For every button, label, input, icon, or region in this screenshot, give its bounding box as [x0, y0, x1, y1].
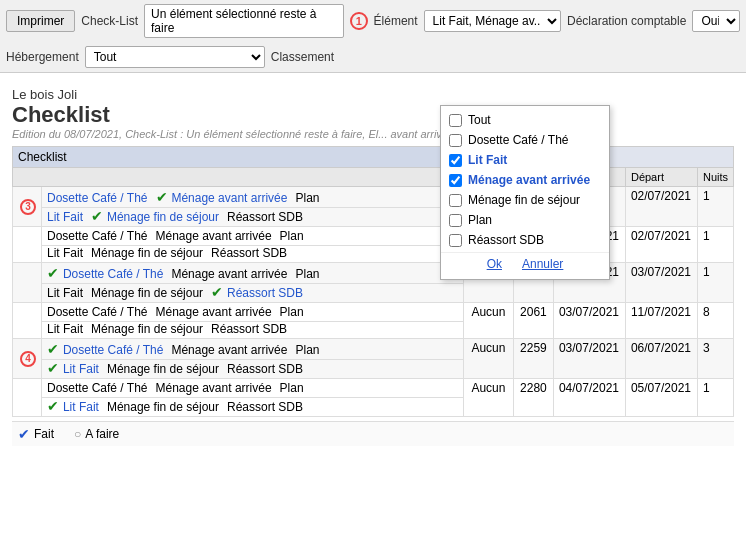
checklist-item[interactable]: Réassort SDB: [227, 362, 303, 376]
checklist-item[interactable]: Plan: [295, 267, 319, 281]
row-numero: 2061: [513, 303, 553, 339]
element-dropdown[interactable]: Lit Fait, Ménage av...: [424, 10, 561, 32]
col-sub-sejour-nuits: Nuits: [697, 168, 733, 187]
check-icon: ✔: [156, 189, 172, 205]
item-label: Plan: [295, 191, 319, 205]
badge-1: 1: [350, 12, 368, 30]
item-label: Réassort SDB: [211, 246, 287, 260]
item-label: Lit Fait: [47, 246, 83, 260]
checklist-item[interactable]: ✔ Lit Fait: [47, 400, 99, 414]
checklist-item[interactable]: Ménage avant arrivée: [156, 381, 272, 395]
checklist-item[interactable]: Ménage avant arrivée: [171, 267, 287, 281]
check-icon: ✔: [211, 284, 227, 300]
row-numero: 2259: [513, 339, 553, 379]
check-icon: ✔: [47, 265, 63, 281]
item-label: Réassort SDB: [227, 400, 303, 414]
dropdown-item-lit-fait[interactable]: Lit Fait: [441, 150, 609, 170]
print-button[interactable]: Imprimer: [6, 10, 75, 32]
row-items-line1: Dosette Café / ThéMénage avant arrivéePl…: [42, 227, 464, 246]
checklist-item[interactable]: Plan: [295, 191, 319, 205]
checklist-item[interactable]: Dosette Café / Thé: [47, 229, 148, 243]
row-items-line1: Dosette Café / ThéMénage avant arrivéePl…: [42, 379, 464, 398]
checklist-item[interactable]: Ménage avant arrivée: [171, 343, 287, 357]
dropdown-annuler-button[interactable]: Annuler: [522, 257, 563, 271]
checklist-item[interactable]: Réassort SDB: [211, 246, 287, 260]
checklist-item[interactable]: Ménage fin de séjour: [91, 322, 203, 336]
dropdown-item-menage-avant[interactable]: Ménage avant arrivée: [441, 170, 609, 190]
checklist-item[interactable]: Dosette Café / Thé: [47, 381, 148, 395]
dropdown-item-dosette[interactable]: Dosette Café / Thé: [441, 130, 609, 150]
checkbox-tout[interactable]: [449, 114, 462, 127]
label-reassort: Réassort SDB: [468, 233, 544, 247]
item-label: Plan: [280, 305, 304, 319]
row-items-line2: Lit FaitMénage fin de séjourRéassort SDB: [42, 322, 464, 339]
item-label: Ménage avant arrivée: [156, 381, 272, 395]
table-row: Dosette Café / ThéMénage avant arrivéePl…: [13, 227, 734, 246]
checklist-item[interactable]: Plan: [280, 381, 304, 395]
checklist-item[interactable]: ✔ Ménage avant arrivée: [156, 191, 288, 205]
checkbox-dosette[interactable]: [449, 134, 462, 147]
checklist-item[interactable]: Ménage fin de séjour: [91, 246, 203, 260]
item-label: Plan: [295, 343, 319, 357]
row-numero: 2280: [513, 379, 553, 417]
toolbar-row2: Hébergement Tout Classement: [6, 46, 740, 68]
checklist-item[interactable]: Ménage avant arrivée: [156, 305, 272, 319]
label-tout: Tout: [468, 113, 491, 127]
checklist-item[interactable]: Ménage fin de séjour: [107, 362, 219, 376]
legend-afaire: ○ A faire: [74, 426, 119, 442]
checklist-item[interactable]: Réassort SDB: [211, 322, 287, 336]
checklist-item[interactable]: Plan: [295, 343, 319, 357]
checklist-item[interactable]: Ménage avant arrivée: [156, 229, 272, 243]
checklist-item[interactable]: ✔ Ménage fin de séjour: [91, 210, 219, 224]
dropdown-item-plan[interactable]: Plan: [441, 210, 609, 230]
checklist-item[interactable]: ✔ Réassort SDB: [211, 286, 303, 300]
row-badge: 3: [20, 199, 36, 215]
checklist-item[interactable]: Dosette Café / Thé: [47, 191, 148, 205]
element-dropdown-overlay: Tout Dosette Café / Thé Lit Fait Ménage …: [440, 105, 610, 280]
dropdown-item-tout[interactable]: Tout: [441, 110, 609, 130]
item-label: Réassort SDB: [211, 322, 287, 336]
checklist-item[interactable]: ✔ Dosette Café / Thé: [47, 267, 163, 281]
row-items-line1: Dosette Café / Thé✔ Ménage avant arrivée…: [42, 187, 464, 208]
dropdown-ok-button[interactable]: Ok: [487, 257, 502, 271]
row-nuits: 1: [697, 227, 733, 263]
checklist-item[interactable]: Lit Fait: [47, 210, 83, 224]
table-row: Dosette Café / ThéMénage avant arrivéePl…: [13, 303, 734, 322]
checkbox-menage-fin[interactable]: [449, 194, 462, 207]
item-label: Dosette Café / Thé: [63, 343, 164, 357]
item-label: Ménage avant arrivée: [171, 191, 287, 205]
declaration-dropdown[interactable]: Oui: [692, 10, 740, 32]
checklist-item[interactable]: ✔ Lit Fait: [47, 362, 99, 376]
checklist-item[interactable]: Dosette Café / Thé: [47, 305, 148, 319]
check-icon: ✔: [47, 360, 63, 376]
legend-fait-icon: ✔: [18, 426, 30, 442]
checkbox-menage-avant[interactable]: [449, 174, 462, 187]
checklist-item[interactable]: Réassort SDB: [227, 400, 303, 414]
item-label: Plan: [280, 381, 304, 395]
checkbox-plan[interactable]: [449, 214, 462, 227]
checklist-item[interactable]: ✔ Dosette Café / Thé: [47, 343, 163, 357]
row-badge-cell: [13, 263, 42, 303]
checklist-item[interactable]: Lit Fait: [47, 286, 83, 300]
checklist-item[interactable]: Ménage fin de séjour: [107, 400, 219, 414]
checklist-item[interactable]: Ménage fin de séjour: [91, 286, 203, 300]
row-sejour-arrivee: 03/07/2021: [553, 303, 625, 339]
checklist-item[interactable]: Plan: [280, 305, 304, 319]
label-dosette: Dosette Café / Thé: [468, 133, 569, 147]
checkbox-lit-fait[interactable]: [449, 154, 462, 167]
col-sub-sejour-dep: Départ: [625, 168, 697, 187]
dropdown-item-reassort[interactable]: Réassort SDB: [441, 230, 609, 250]
checkbox-reassort[interactable]: [449, 234, 462, 247]
label-menage-fin: Ménage fin de séjour: [468, 193, 580, 207]
item-label: Lit Fait: [63, 362, 99, 376]
checklist-label: Check-List: [81, 14, 138, 28]
dropdown-item-menage-fin[interactable]: Ménage fin de séjour: [441, 190, 609, 210]
hebergement-dropdown[interactable]: Tout: [85, 46, 265, 68]
item-label: Réassort SDB: [227, 286, 303, 300]
row-nuits: 1: [697, 263, 733, 303]
checklist-item[interactable]: Plan: [280, 229, 304, 243]
declaration-label: Déclaration comptable: [567, 14, 686, 28]
checklist-item[interactable]: Lit Fait: [47, 322, 83, 336]
checklist-item[interactable]: Réassort SDB: [227, 210, 303, 224]
checklist-item[interactable]: Lit Fait: [47, 246, 83, 260]
